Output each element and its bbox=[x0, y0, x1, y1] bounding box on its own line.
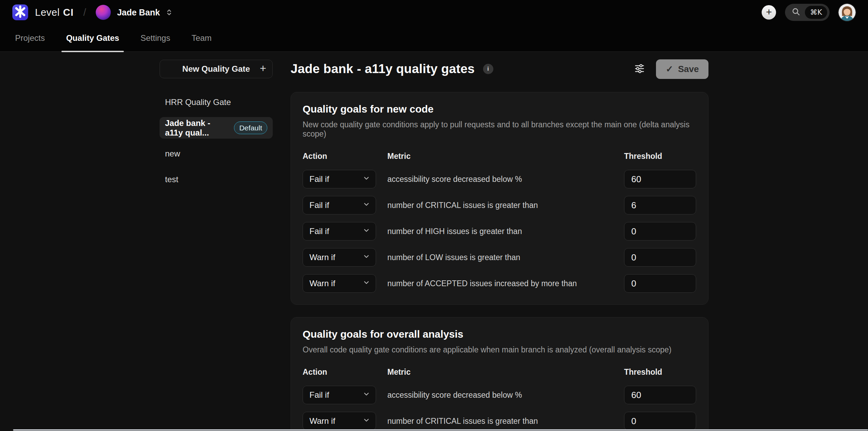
tab-projects[interactable]: Projects bbox=[10, 25, 50, 51]
threshold-input[interactable] bbox=[624, 412, 696, 430]
search-icon bbox=[791, 7, 801, 18]
metric-label: number of LOW issues is greater than bbox=[387, 253, 624, 262]
condition-row: Fail if accessibility score decreased be… bbox=[303, 386, 696, 404]
info-icon[interactable]: i bbox=[483, 64, 493, 74]
gate-item-label: new bbox=[165, 149, 180, 159]
gate-item-label: HRR Quality Gate bbox=[165, 97, 231, 107]
user-avatar[interactable] bbox=[838, 4, 856, 21]
filter-settings-button[interactable] bbox=[633, 62, 646, 77]
gate-item-hrr[interactable]: HRR Quality Gate bbox=[160, 91, 273, 113]
section-new-code: Quality goals for new code New code qual… bbox=[291, 92, 708, 305]
condition-row: Fail if number of CRITICAL issues is gre… bbox=[303, 196, 696, 214]
metric-label: number of HIGH issues is greater than bbox=[387, 227, 624, 236]
action-select-value: Warn if bbox=[309, 416, 335, 426]
condition-row: Warn if number of LOW issues is greater … bbox=[303, 248, 696, 267]
column-threshold: Threshold bbox=[624, 152, 696, 161]
action-select[interactable]: Warn if bbox=[303, 248, 376, 267]
action-select[interactable]: Warn if bbox=[303, 412, 376, 430]
threshold-input[interactable] bbox=[624, 170, 696, 188]
quality-gate-detail: Jade bank - a11y quality gates i ✓ Save bbox=[291, 58, 708, 431]
quality-gates-sidebar: New Quality Gate + HRR Quality Gate Jade… bbox=[160, 60, 273, 190]
action-select-value: Fail if bbox=[309, 200, 329, 210]
column-headers: Action Metric Threshold bbox=[303, 368, 696, 377]
metric-label: number of CRITICAL issues is greater tha… bbox=[387, 201, 624, 210]
app-logo[interactable] bbox=[12, 4, 28, 20]
action-select-value: Warn if bbox=[309, 279, 335, 288]
breadcrumb-separator: / bbox=[83, 7, 86, 18]
column-threshold: Threshold bbox=[624, 368, 696, 377]
action-select-value: Fail if bbox=[309, 226, 329, 236]
gate-item-jade-bank[interactable]: Jade bank - a11y qual... Default bbox=[160, 117, 273, 139]
chevron-down-icon bbox=[363, 200, 370, 210]
sliders-icon bbox=[634, 63, 645, 75]
threshold-input[interactable] bbox=[624, 386, 696, 404]
content-area: New Quality Gate + HRR Quality Gate Jade… bbox=[0, 53, 868, 431]
quality-gate-list: HRR Quality Gate Jade bank - a11y qual..… bbox=[160, 91, 273, 190]
threshold-input[interactable] bbox=[624, 196, 696, 214]
section-title: Quality goals for new code bbox=[303, 103, 696, 115]
condition-rows: Fail if accessibility score decreased be… bbox=[303, 170, 696, 293]
section-description: New code quality gate conditions apply t… bbox=[303, 120, 696, 139]
chevron-down-icon bbox=[363, 390, 370, 400]
section-description: Overall code quality gate conditions are… bbox=[303, 345, 696, 354]
action-select-value: Fail if bbox=[309, 174, 329, 184]
column-action: Action bbox=[303, 152, 387, 161]
brand-name-regular: Level bbox=[35, 7, 60, 18]
asterisk-logo-icon bbox=[14, 5, 27, 20]
gate-item-label: test bbox=[165, 175, 178, 184]
search-control[interactable]: ⌘K bbox=[785, 4, 830, 21]
save-button[interactable]: ✓ Save bbox=[656, 59, 708, 79]
primary-tabs: Projects Quality Gates Settings Team bbox=[0, 25, 868, 52]
tab-team[interactable]: Team bbox=[187, 25, 216, 51]
gate-item-test[interactable]: test bbox=[160, 168, 273, 190]
org-avatar[interactable] bbox=[96, 5, 111, 20]
action-select[interactable]: Fail if bbox=[303, 196, 376, 214]
condition-rows: Fail if accessibility score decreased be… bbox=[303, 386, 696, 431]
new-quality-gate-button[interactable]: New Quality Gate + bbox=[160, 60, 273, 78]
plus-icon: + bbox=[260, 62, 266, 75]
tab-settings[interactable]: Settings bbox=[136, 25, 175, 51]
action-select[interactable]: Fail if bbox=[303, 170, 376, 188]
org-switcher-chevrons-icon[interactable] bbox=[165, 8, 174, 17]
save-button-label: Save bbox=[678, 64, 699, 74]
action-select-value: Fail if bbox=[309, 390, 329, 400]
gate-item-label: Jade bank - a11y qual... bbox=[165, 118, 228, 138]
section-title: Quality goals for overall analysis bbox=[303, 328, 696, 340]
brand-name-bold: CI bbox=[63, 7, 74, 18]
section-overall-analysis: Quality goals for overall analysis Overa… bbox=[291, 317, 708, 431]
add-button[interactable]: + bbox=[762, 5, 776, 20]
default-badge: Default bbox=[234, 121, 267, 134]
condition-row: Warn if number of CRITICAL issues is gre… bbox=[303, 412, 696, 430]
threshold-input[interactable] bbox=[624, 248, 696, 267]
chevron-down-icon bbox=[363, 226, 370, 236]
brand-name: Level CI bbox=[35, 7, 74, 18]
metric-label: number of ACCEPTED issues increased by m… bbox=[387, 279, 624, 288]
condition-row: Fail if number of HIGH issues is greater… bbox=[303, 222, 696, 241]
tab-quality-gates[interactable]: Quality Gates bbox=[61, 25, 124, 51]
metric-label: accessibility score decreased below % bbox=[387, 391, 624, 400]
action-select[interactable]: Fail if bbox=[303, 222, 376, 241]
column-metric: Metric bbox=[387, 152, 624, 161]
new-quality-gate-label: New Quality Gate bbox=[182, 64, 250, 74]
action-select[interactable]: Fail if bbox=[303, 386, 376, 404]
topbar-actions: + ⌘K bbox=[762, 4, 856, 21]
topbar: Level CI / Jade Bank + ⌘K bbox=[0, 0, 868, 25]
chevron-down-icon bbox=[363, 253, 370, 262]
metric-label: number of CRITICAL issues is greater tha… bbox=[387, 417, 624, 426]
horizontal-scrollbar[interactable] bbox=[13, 429, 868, 431]
search-shortcut-badge: ⌘K bbox=[805, 6, 827, 19]
header-actions: ✓ Save bbox=[633, 59, 708, 79]
org-name: Jade Bank bbox=[117, 8, 160, 18]
threshold-input[interactable] bbox=[624, 222, 696, 241]
page-title: Jade bank - a11y quality gates bbox=[291, 62, 475, 76]
metric-label: accessibility score decreased below % bbox=[387, 175, 624, 184]
check-icon: ✓ bbox=[666, 65, 673, 73]
column-action: Action bbox=[303, 368, 387, 377]
column-metric: Metric bbox=[387, 368, 624, 377]
gate-item-new[interactable]: new bbox=[160, 143, 273, 164]
chevron-down-icon bbox=[363, 174, 370, 184]
chevron-down-icon bbox=[363, 416, 370, 426]
detail-header: Jade bank - a11y quality gates i ✓ Save bbox=[291, 58, 708, 80]
threshold-input[interactable] bbox=[624, 274, 696, 293]
action-select[interactable]: Warn if bbox=[303, 274, 376, 293]
